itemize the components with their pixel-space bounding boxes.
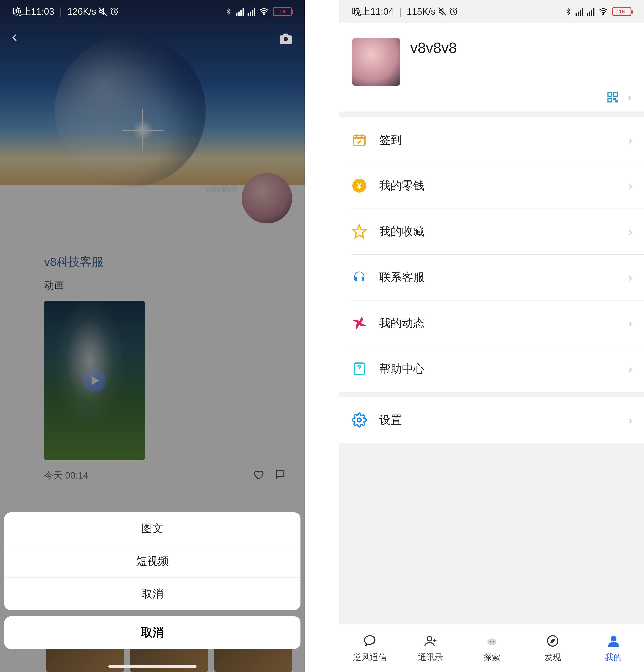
menu-wallet[interactable]: ¥ 我的零钱 › <box>339 163 644 208</box>
svg-point-2 <box>263 14 264 15</box>
chevron-right-icon: › <box>628 90 631 104</box>
status-net: 126K/s <box>68 6 96 17</box>
alarm-icon <box>110 7 119 16</box>
alarm-icon <box>449 7 458 16</box>
battery-icon: 16 <box>612 7 631 16</box>
qrcode-icon[interactable] <box>606 91 619 104</box>
coin-yen-icon: ¥ <box>351 178 367 194</box>
action-sheet: 图文 短视频 取消 取消 <box>4 512 301 649</box>
svg-point-20 <box>489 641 491 642</box>
profile-name: v8v8v8 <box>410 39 457 56</box>
svg-rect-8 <box>614 93 618 96</box>
person-icon <box>606 633 621 648</box>
status-time: 晚上11:04 <box>352 5 393 18</box>
mute-icon <box>438 7 447 16</box>
chevron-right-icon: › <box>628 271 632 284</box>
tab-explore[interactable]: 探索 <box>461 624 522 672</box>
svg-marker-23 <box>551 639 554 643</box>
signal-icon-1 <box>575 7 583 16</box>
signal-icon-2 <box>247 7 255 16</box>
camera-button[interactable] <box>277 31 294 47</box>
tab-discover[interactable]: 发现 <box>522 624 583 672</box>
svg-rect-12 <box>354 135 365 145</box>
robot-icon <box>484 633 499 648</box>
headset-icon <box>351 269 367 285</box>
bluetooth-icon <box>564 7 572 16</box>
sheet-option-image-text[interactable]: 图文 <box>4 512 301 545</box>
sheet-option-short-video[interactable]: 短视频 <box>4 545 301 577</box>
gear-icon <box>351 412 367 428</box>
svg-point-24 <box>611 636 616 641</box>
svg-rect-11 <box>616 100 618 102</box>
menu-favorites[interactable]: 我的收藏 › <box>339 208 644 254</box>
menu-moments[interactable]: 我的动态 › <box>339 300 644 346</box>
sheet-cancel-button[interactable]: 取消 <box>4 616 301 649</box>
svg-rect-9 <box>608 98 612 102</box>
mute-icon <box>98 7 108 16</box>
status-bar: 晚上11:04 ｜ 115K/s 16 <box>339 0 644 23</box>
speech-bubble-icon <box>362 633 377 648</box>
tab-contacts[interactable]: 通讯录 <box>400 624 461 672</box>
svg-point-17 <box>357 418 361 422</box>
profile-avatar[interactable] <box>352 38 400 86</box>
help-book-icon <box>351 361 367 377</box>
menu-help[interactable]: 帮助中心 › <box>339 346 644 392</box>
moments-screen: 晚上11:03 ｜ 126K/s 16 v8v8v8 v8科技客服 <box>0 0 305 672</box>
home-indicator <box>108 665 196 668</box>
menu-checkin[interactable]: 签到 › <box>339 117 644 163</box>
signal-icon-1 <box>236 7 244 16</box>
bluetooth-icon <box>225 7 232 16</box>
svg-point-21 <box>493 641 494 642</box>
signal-icon-2 <box>587 7 594 16</box>
svg-rect-10 <box>614 98 616 100</box>
profile-header[interactable]: v8v8v8 › <box>339 23 644 111</box>
menu-support[interactable]: 联系客服 › <box>339 254 644 300</box>
svg-marker-15 <box>353 225 366 238</box>
mine-screen: 晚上11:04 ｜ 115K/s 16 v8v8v8 › <box>339 0 644 672</box>
status-time: 晚上11:03 <box>13 5 54 18</box>
chevron-right-icon: › <box>628 413 632 427</box>
user-plus-icon <box>423 633 438 648</box>
sheet-option-cancel[interactable]: 取消 <box>4 577 301 610</box>
chevron-right-icon: › <box>628 133 632 147</box>
tab-bar: 逆风通信 通讯录 探索 发现 我的 <box>339 624 644 672</box>
chevron-right-icon: › <box>628 362 632 376</box>
tab-mine[interactable]: 我的 <box>583 624 644 672</box>
compass-icon <box>545 633 560 648</box>
wifi-icon <box>598 7 608 16</box>
chevron-right-icon: › <box>628 316 632 330</box>
battery-icon: 16 <box>273 7 292 16</box>
star-icon <box>351 223 367 240</box>
svg-point-6 <box>603 14 604 15</box>
svg-rect-7 <box>608 93 612 96</box>
status-net: 115K/s <box>407 6 436 17</box>
chevron-right-icon: › <box>628 179 632 193</box>
chevron-right-icon: › <box>628 225 632 238</box>
tab-chat[interactable]: 逆风通信 <box>339 624 400 672</box>
svg-point-19 <box>487 638 496 645</box>
back-button[interactable] <box>11 31 20 47</box>
svg-point-3 <box>284 37 288 41</box>
status-bar: 晚上11:03 ｜ 126K/s 16 <box>0 0 305 23</box>
menu-settings[interactable]: 设置 › <box>339 397 644 443</box>
pinwheel-icon <box>351 315 367 331</box>
svg-text:¥: ¥ <box>357 181 362 191</box>
svg-point-18 <box>427 636 432 641</box>
wifi-icon <box>259 7 269 16</box>
calendar-check-icon <box>351 132 367 148</box>
